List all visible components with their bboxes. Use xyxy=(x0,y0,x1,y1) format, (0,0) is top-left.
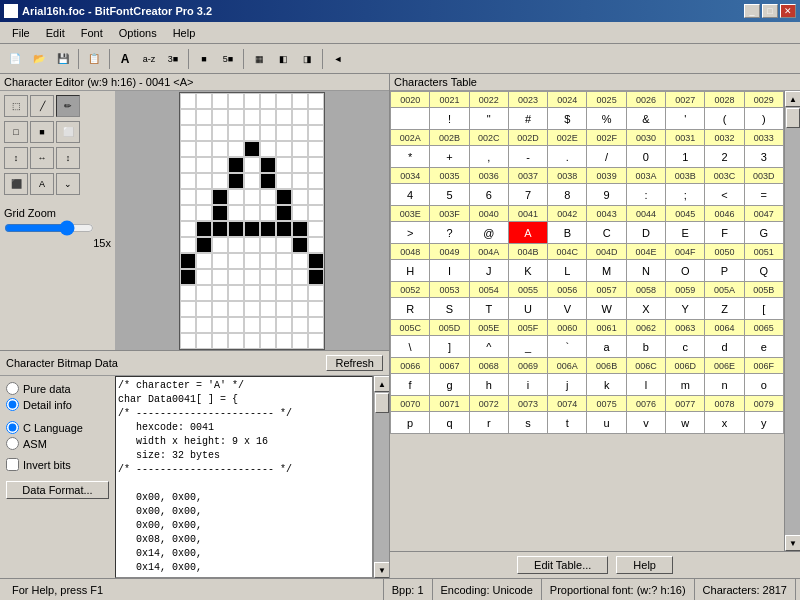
menu-file[interactable]: File xyxy=(4,25,38,41)
char-cell[interactable]: h xyxy=(469,374,508,396)
pixel-cell[interactable] xyxy=(292,157,308,173)
pixel-cell[interactable] xyxy=(276,237,292,253)
pixel-cell[interactable] xyxy=(260,333,276,349)
char-cell[interactable]: \ xyxy=(391,336,430,358)
pixel-cell[interactable] xyxy=(308,221,324,237)
pixel-cell[interactable] xyxy=(276,173,292,189)
pixel-cell[interactable] xyxy=(276,205,292,221)
char-cell[interactable]: g xyxy=(430,374,469,396)
pixel-cell[interactable] xyxy=(212,173,228,189)
char-cell[interactable]: w xyxy=(666,412,705,434)
pixel-cell[interactable] xyxy=(180,269,196,285)
char-cell[interactable]: i xyxy=(508,374,547,396)
pixel-cell[interactable] xyxy=(260,205,276,221)
copy-button[interactable]: 📋 xyxy=(83,48,105,70)
size-button[interactable]: 3■ xyxy=(162,48,184,70)
pixel-cell[interactable] xyxy=(276,141,292,157)
edit-table-button[interactable]: Edit Table... xyxy=(517,556,608,574)
pixel-cell[interactable] xyxy=(244,141,260,157)
pixel-cell[interactable] xyxy=(244,253,260,269)
chars-char-row[interactable]: 456789:;<= xyxy=(391,184,784,206)
char-cell[interactable]: S xyxy=(430,298,469,320)
pen-tool[interactable]: ✏ xyxy=(56,95,80,117)
pixel-cell[interactable] xyxy=(260,141,276,157)
pixel-cell[interactable] xyxy=(196,93,212,109)
pixel-cell[interactable] xyxy=(308,141,324,157)
char-cell[interactable]: # xyxy=(508,108,547,130)
pixel-cell[interactable] xyxy=(228,253,244,269)
char-cell[interactable]: F xyxy=(705,222,744,244)
pixel-cell[interactable] xyxy=(228,285,244,301)
char-cell[interactable]: / xyxy=(587,146,626,168)
pixel-cell[interactable] xyxy=(292,285,308,301)
pixel-cell[interactable] xyxy=(196,221,212,237)
pure-data-option[interactable]: Pure data xyxy=(6,382,109,395)
pixel-cell[interactable] xyxy=(228,317,244,333)
chars-char-row[interactable]: RSTUVWXYZ[ xyxy=(391,298,784,320)
pixel-cell[interactable] xyxy=(244,221,260,237)
pixel-cell[interactable] xyxy=(308,109,324,125)
pixel-cell[interactable] xyxy=(196,109,212,125)
pixel-cell[interactable] xyxy=(292,205,308,221)
char-cell[interactable]: $ xyxy=(548,108,587,130)
char-cell[interactable]: D xyxy=(626,222,665,244)
pixel-cell[interactable] xyxy=(228,157,244,173)
help-button[interactable]: Help xyxy=(616,556,673,574)
chars-char-row[interactable]: HIJKLMNOPQ xyxy=(391,260,784,282)
pixel-cell[interactable] xyxy=(180,221,196,237)
minimize-button[interactable]: _ xyxy=(744,4,760,18)
pixel-cell[interactable] xyxy=(292,125,308,141)
pixel-cell[interactable] xyxy=(276,221,292,237)
char-cell[interactable]: s xyxy=(508,412,547,434)
pixel-cell[interactable] xyxy=(228,205,244,221)
pixel-cell[interactable] xyxy=(308,93,324,109)
char-cell[interactable]: & xyxy=(626,108,665,130)
char-cell[interactable]: q xyxy=(430,412,469,434)
pixel-cell[interactable] xyxy=(180,109,196,125)
pixel-cell[interactable] xyxy=(260,301,276,317)
pixel-cell[interactable] xyxy=(228,301,244,317)
pixel-cell[interactable] xyxy=(196,285,212,301)
pixel-cell[interactable] xyxy=(260,189,276,205)
pixel-cell[interactable] xyxy=(228,269,244,285)
char-cell[interactable]: V xyxy=(548,298,587,320)
char-cell[interactable]: ^ xyxy=(469,336,508,358)
pixel-cell[interactable] xyxy=(292,109,308,125)
char-cell[interactable]: x xyxy=(705,412,744,434)
chars-scroll-up[interactable]: ▲ xyxy=(785,91,800,107)
char-cell[interactable]: ? xyxy=(430,222,469,244)
menu-font[interactable]: Font xyxy=(73,25,111,41)
pixel-cell[interactable] xyxy=(180,93,196,109)
refresh-button[interactable]: Refresh xyxy=(326,355,383,371)
pixel-cell[interactable] xyxy=(212,253,228,269)
char-cell[interactable]: v xyxy=(626,412,665,434)
font-editor-button[interactable]: A xyxy=(114,48,136,70)
char-cell[interactable]: A xyxy=(508,222,547,244)
pixel-cell[interactable] xyxy=(212,237,228,253)
move-left-tool[interactable]: ↔ xyxy=(30,147,54,169)
pixel-cell[interactable] xyxy=(196,173,212,189)
chars-char-row[interactable]: !"#$%&'() xyxy=(391,108,784,130)
pixel-cell[interactable] xyxy=(180,237,196,253)
char-cell[interactable]: G xyxy=(744,222,783,244)
char-cell[interactable]: o xyxy=(744,374,783,396)
pixel-cell[interactable] xyxy=(244,317,260,333)
char-cell[interactable]: ( xyxy=(705,108,744,130)
pixel-cell[interactable] xyxy=(308,269,324,285)
pixel-cell[interactable] xyxy=(308,205,324,221)
char-cell[interactable]: % xyxy=(587,108,626,130)
pixel-cell[interactable] xyxy=(180,173,196,189)
pixel-cell[interactable] xyxy=(180,317,196,333)
code-scroll-up[interactable]: ▲ xyxy=(374,376,389,392)
data-format-button[interactable]: Data Format... xyxy=(6,481,109,499)
select-tool[interactable]: ⬚ xyxy=(4,95,28,117)
char-cell[interactable]: n xyxy=(705,374,744,396)
pixel-cell[interactable] xyxy=(196,317,212,333)
pixel-cell[interactable] xyxy=(260,221,276,237)
char-cell[interactable]: R xyxy=(391,298,430,320)
pixel-cell[interactable] xyxy=(244,285,260,301)
char-cell[interactable]: 8 xyxy=(548,184,587,206)
char-cell[interactable]: P xyxy=(705,260,744,282)
pixel-cell[interactable] xyxy=(228,93,244,109)
pixel-cell[interactable] xyxy=(308,333,324,349)
